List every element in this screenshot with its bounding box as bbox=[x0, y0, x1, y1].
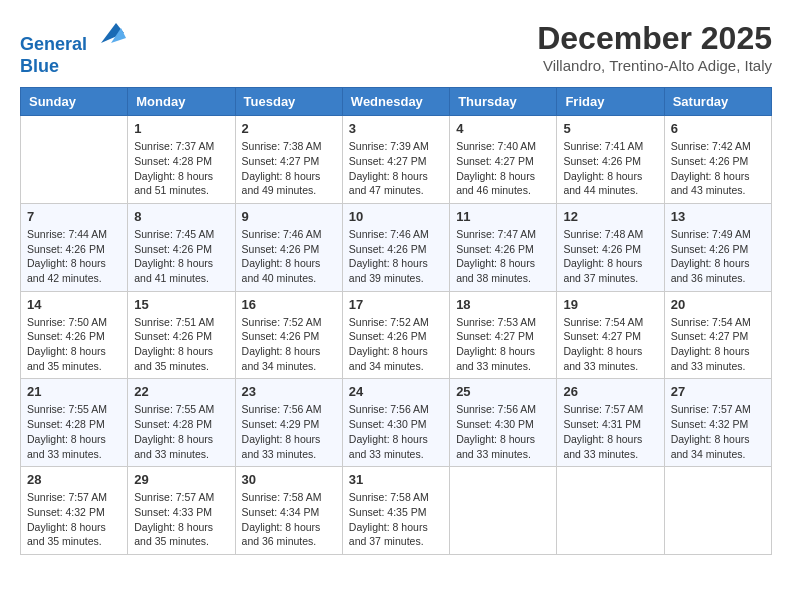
sunrise-text: Sunrise: 7:57 AM bbox=[27, 491, 107, 503]
day-info: Sunrise: 7:41 AM Sunset: 4:26 PM Dayligh… bbox=[563, 139, 657, 198]
sunrise-text: Sunrise: 7:39 AM bbox=[349, 140, 429, 152]
header-wednesday: Wednesday bbox=[342, 88, 449, 116]
sunrise-text: Sunrise: 7:58 AM bbox=[349, 491, 429, 503]
calendar-cell: 1 Sunrise: 7:37 AM Sunset: 4:28 PM Dayli… bbox=[128, 116, 235, 204]
day-number: 11 bbox=[456, 209, 550, 224]
sunset-text: Sunset: 4:26 PM bbox=[27, 330, 105, 342]
calendar-cell: 4 Sunrise: 7:40 AM Sunset: 4:27 PM Dayli… bbox=[450, 116, 557, 204]
daylight-text: Daylight: 8 hours and 33 minutes. bbox=[349, 433, 428, 460]
sunrise-text: Sunrise: 7:48 AM bbox=[563, 228, 643, 240]
sunset-text: Sunset: 4:27 PM bbox=[563, 330, 641, 342]
day-info: Sunrise: 7:50 AM Sunset: 4:26 PM Dayligh… bbox=[27, 315, 121, 374]
sunset-text: Sunset: 4:32 PM bbox=[27, 506, 105, 518]
calendar-cell: 7 Sunrise: 7:44 AM Sunset: 4:26 PM Dayli… bbox=[21, 203, 128, 291]
sunset-text: Sunset: 4:26 PM bbox=[349, 243, 427, 255]
sunset-text: Sunset: 4:26 PM bbox=[456, 243, 534, 255]
calendar-cell: 8 Sunrise: 7:45 AM Sunset: 4:26 PM Dayli… bbox=[128, 203, 235, 291]
day-number: 18 bbox=[456, 297, 550, 312]
sunset-text: Sunset: 4:33 PM bbox=[134, 506, 212, 518]
calendar-cell: 13 Sunrise: 7:49 AM Sunset: 4:26 PM Dayl… bbox=[664, 203, 771, 291]
daylight-text: Daylight: 8 hours and 43 minutes. bbox=[671, 170, 750, 197]
sunrise-text: Sunrise: 7:44 AM bbox=[27, 228, 107, 240]
calendar-cell bbox=[21, 116, 128, 204]
sunset-text: Sunset: 4:30 PM bbox=[349, 418, 427, 430]
sunset-text: Sunset: 4:28 PM bbox=[134, 155, 212, 167]
day-info: Sunrise: 7:54 AM Sunset: 4:27 PM Dayligh… bbox=[563, 315, 657, 374]
day-info: Sunrise: 7:39 AM Sunset: 4:27 PM Dayligh… bbox=[349, 139, 443, 198]
logo-general: General bbox=[20, 34, 87, 54]
daylight-text: Daylight: 8 hours and 42 minutes. bbox=[27, 257, 106, 284]
header-sunday: Sunday bbox=[21, 88, 128, 116]
daylight-text: Daylight: 8 hours and 35 minutes. bbox=[134, 345, 213, 372]
sunset-text: Sunset: 4:31 PM bbox=[563, 418, 641, 430]
daylight-text: Daylight: 8 hours and 35 minutes. bbox=[27, 345, 106, 372]
sunrise-text: Sunrise: 7:55 AM bbox=[27, 403, 107, 415]
day-info: Sunrise: 7:53 AM Sunset: 4:27 PM Dayligh… bbox=[456, 315, 550, 374]
daylight-text: Daylight: 8 hours and 49 minutes. bbox=[242, 170, 321, 197]
day-info: Sunrise: 7:57 AM Sunset: 4:32 PM Dayligh… bbox=[671, 402, 765, 461]
day-number: 4 bbox=[456, 121, 550, 136]
calendar-cell: 29 Sunrise: 7:57 AM Sunset: 4:33 PM Dayl… bbox=[128, 467, 235, 555]
sunset-text: Sunset: 4:27 PM bbox=[242, 155, 320, 167]
day-number: 1 bbox=[134, 121, 228, 136]
daylight-text: Daylight: 8 hours and 46 minutes. bbox=[456, 170, 535, 197]
daylight-text: Daylight: 8 hours and 33 minutes. bbox=[671, 345, 750, 372]
daylight-text: Daylight: 8 hours and 51 minutes. bbox=[134, 170, 213, 197]
day-info: Sunrise: 7:47 AM Sunset: 4:26 PM Dayligh… bbox=[456, 227, 550, 286]
sunrise-text: Sunrise: 7:54 AM bbox=[563, 316, 643, 328]
calendar-cell: 26 Sunrise: 7:57 AM Sunset: 4:31 PM Dayl… bbox=[557, 379, 664, 467]
calendar-cell: 15 Sunrise: 7:51 AM Sunset: 4:26 PM Dayl… bbox=[128, 291, 235, 379]
day-info: Sunrise: 7:49 AM Sunset: 4:26 PM Dayligh… bbox=[671, 227, 765, 286]
calendar-cell: 5 Sunrise: 7:41 AM Sunset: 4:26 PM Dayli… bbox=[557, 116, 664, 204]
logo-icon bbox=[96, 18, 126, 48]
calendar-cell: 6 Sunrise: 7:42 AM Sunset: 4:26 PM Dayli… bbox=[664, 116, 771, 204]
sunrise-text: Sunrise: 7:56 AM bbox=[349, 403, 429, 415]
day-number: 20 bbox=[671, 297, 765, 312]
sunrise-text: Sunrise: 7:58 AM bbox=[242, 491, 322, 503]
day-number: 30 bbox=[242, 472, 336, 487]
daylight-text: Daylight: 8 hours and 40 minutes. bbox=[242, 257, 321, 284]
sunrise-text: Sunrise: 7:50 AM bbox=[27, 316, 107, 328]
day-number: 14 bbox=[27, 297, 121, 312]
sunrise-text: Sunrise: 7:46 AM bbox=[242, 228, 322, 240]
calendar-cell: 31 Sunrise: 7:58 AM Sunset: 4:35 PM Dayl… bbox=[342, 467, 449, 555]
daylight-text: Daylight: 8 hours and 33 minutes. bbox=[27, 433, 106, 460]
daylight-text: Daylight: 8 hours and 34 minutes. bbox=[671, 433, 750, 460]
day-number: 23 bbox=[242, 384, 336, 399]
calendar-cell: 19 Sunrise: 7:54 AM Sunset: 4:27 PM Dayl… bbox=[557, 291, 664, 379]
sunrise-text: Sunrise: 7:45 AM bbox=[134, 228, 214, 240]
sunrise-text: Sunrise: 7:57 AM bbox=[563, 403, 643, 415]
daylight-text: Daylight: 8 hours and 47 minutes. bbox=[349, 170, 428, 197]
month-title: December 2025 bbox=[537, 20, 772, 57]
sunset-text: Sunset: 4:26 PM bbox=[27, 243, 105, 255]
calendar-cell: 14 Sunrise: 7:50 AM Sunset: 4:26 PM Dayl… bbox=[21, 291, 128, 379]
day-info: Sunrise: 7:58 AM Sunset: 4:35 PM Dayligh… bbox=[349, 490, 443, 549]
calendar-cell: 25 Sunrise: 7:56 AM Sunset: 4:30 PM Dayl… bbox=[450, 379, 557, 467]
logo: General Blue bbox=[20, 20, 126, 77]
day-number: 7 bbox=[27, 209, 121, 224]
calendar-cell: 24 Sunrise: 7:56 AM Sunset: 4:30 PM Dayl… bbox=[342, 379, 449, 467]
day-info: Sunrise: 7:51 AM Sunset: 4:26 PM Dayligh… bbox=[134, 315, 228, 374]
day-info: Sunrise: 7:40 AM Sunset: 4:27 PM Dayligh… bbox=[456, 139, 550, 198]
sunrise-text: Sunrise: 7:37 AM bbox=[134, 140, 214, 152]
daylight-text: Daylight: 8 hours and 37 minutes. bbox=[349, 521, 428, 548]
daylight-text: Daylight: 8 hours and 33 minutes. bbox=[563, 345, 642, 372]
sunrise-text: Sunrise: 7:41 AM bbox=[563, 140, 643, 152]
daylight-text: Daylight: 8 hours and 34 minutes. bbox=[242, 345, 321, 372]
day-number: 26 bbox=[563, 384, 657, 399]
daylight-text: Daylight: 8 hours and 35 minutes. bbox=[27, 521, 106, 548]
day-number: 22 bbox=[134, 384, 228, 399]
calendar-cell: 30 Sunrise: 7:58 AM Sunset: 4:34 PM Dayl… bbox=[235, 467, 342, 555]
sunset-text: Sunset: 4:27 PM bbox=[456, 330, 534, 342]
daylight-text: Daylight: 8 hours and 33 minutes. bbox=[242, 433, 321, 460]
sunset-text: Sunset: 4:29 PM bbox=[242, 418, 320, 430]
day-info: Sunrise: 7:55 AM Sunset: 4:28 PM Dayligh… bbox=[134, 402, 228, 461]
calendar-cell: 21 Sunrise: 7:55 AM Sunset: 4:28 PM Dayl… bbox=[21, 379, 128, 467]
sunrise-text: Sunrise: 7:56 AM bbox=[242, 403, 322, 415]
day-info: Sunrise: 7:56 AM Sunset: 4:30 PM Dayligh… bbox=[456, 402, 550, 461]
sunset-text: Sunset: 4:26 PM bbox=[134, 243, 212, 255]
sunset-text: Sunset: 4:28 PM bbox=[134, 418, 212, 430]
day-info: Sunrise: 7:42 AM Sunset: 4:26 PM Dayligh… bbox=[671, 139, 765, 198]
sunset-text: Sunset: 4:26 PM bbox=[134, 330, 212, 342]
day-number: 9 bbox=[242, 209, 336, 224]
